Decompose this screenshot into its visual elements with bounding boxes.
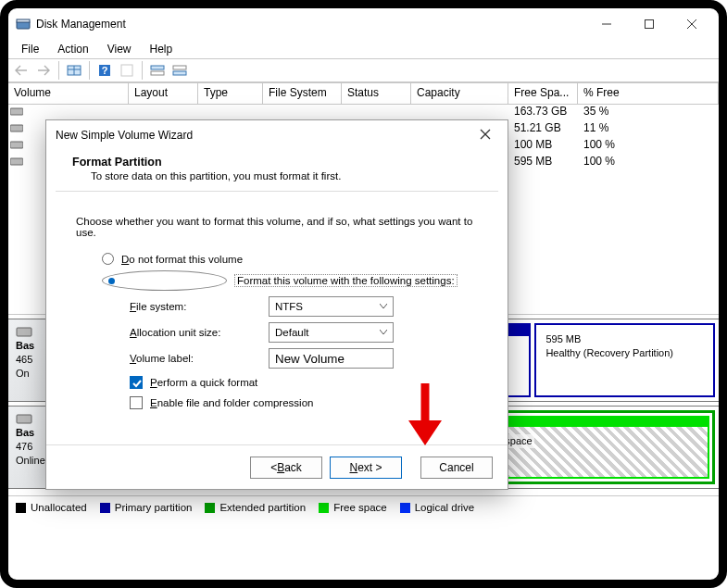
nav-back-button: [11, 60, 31, 81]
col-pctfree[interactable]: % Free: [578, 83, 719, 105]
svg-text:?: ?: [102, 65, 108, 76]
close-button[interactable]: [671, 10, 713, 38]
toolbar: ?: [8, 58, 719, 82]
volume-label-input[interactable]: [269, 348, 394, 369]
cell-free: 51.21 GB: [510, 121, 580, 134]
option-do-not-format[interactable]: Do not format this volume: [102, 253, 482, 265]
nav-forward-button: [33, 60, 54, 81]
new-volume-wizard-dialog: New Simple Volume Wizard Format Partitio…: [45, 119, 508, 490]
volume-row[interactable]: 163.73 GB 35 %: [8, 103, 719, 119]
minimize-button[interactable]: [585, 10, 628, 38]
option-format-with-settings[interactable]: Format this volume with the following se…: [102, 270, 482, 291]
legend-free: Free space: [333, 502, 387, 513]
menu-action[interactable]: Action: [48, 41, 97, 57]
svg-rect-14: [173, 66, 186, 69]
titlebar: Disk Management: [8, 8, 719, 40]
next-button[interactable]: Next >: [330, 457, 402, 479]
dialog-prompt: Choose whether you want to format this v…: [76, 216, 482, 238]
file-system-select[interactable]: NTFS: [269, 296, 394, 317]
menu-view[interactable]: View: [98, 41, 141, 57]
cell-pct: 35 %: [580, 105, 719, 118]
back-button[interactable]: < Back: [250, 457, 322, 479]
legend-extended: Extended partition: [219, 502, 306, 513]
col-capacity[interactable]: Capacity: [411, 83, 508, 105]
radio-icon: [102, 253, 114, 265]
cell-pct: 100 %: [580, 155, 719, 168]
legend: Unallocated Primary partition Extended p…: [8, 495, 719, 519]
chevron-down-icon: [380, 330, 387, 335]
svg-rect-20: [17, 328, 31, 336]
svg-rect-13: [151, 71, 164, 75]
svg-rect-12: [151, 66, 164, 69]
legend-primary: Primary partition: [115, 502, 193, 513]
dialog-subheading: To store data on this partition, you mus…: [72, 169, 482, 181]
toolbar-refresh-button: [117, 60, 137, 81]
svg-rect-1: [17, 19, 30, 22]
label-volume-label: Volume label:: [130, 353, 269, 364]
svg-rect-11: [121, 65, 132, 76]
checkbox-icon: [130, 376, 143, 389]
toolbar-layout-top-button[interactable]: [147, 60, 168, 81]
menubar: File Action View Help: [8, 40, 719, 58]
cancel-button[interactable]: Cancel: [420, 457, 493, 479]
maximize-button[interactable]: [628, 10, 671, 38]
dialog-title: New Simple Volume Wizard: [56, 129, 193, 142]
svg-rect-15: [173, 71, 186, 75]
legend-unallocated: Unallocated: [31, 502, 87, 513]
col-volume[interactable]: Volume: [8, 83, 129, 105]
chevron-down-icon: [380, 304, 387, 309]
svg-rect-18: [10, 142, 23, 148]
svg-rect-19: [10, 158, 23, 165]
cell-free: 595 MB: [510, 155, 580, 168]
toolbar-help-button[interactable]: ?: [94, 60, 115, 81]
col-layout[interactable]: Layout: [129, 83, 198, 105]
svg-rect-16: [10, 108, 23, 115]
checkbox-quick-format[interactable]: Perform a quick format: [130, 376, 482, 389]
cell-free: 163.73 GB: [510, 105, 580, 118]
col-filesystem[interactable]: File System: [263, 83, 342, 105]
toolbar-layout-bottom-button[interactable]: [169, 60, 190, 81]
radio-icon: [102, 270, 227, 291]
svg-rect-17: [10, 125, 23, 131]
label-allocation-unit: Allocation unit size:: [130, 327, 269, 338]
menu-file[interactable]: File: [12, 41, 48, 57]
dialog-heading: Format Partition: [72, 156, 162, 169]
cell-pct: 100 %: [580, 138, 719, 151]
volume-grid-header: Volume Layout Type File System Status Ca…: [8, 82, 719, 103]
menu-help[interactable]: Help: [141, 41, 182, 57]
label-file-system: File system:: [130, 301, 269, 312]
cell-free: 100 MB: [510, 138, 580, 151]
allocation-unit-select[interactable]: Default: [269, 322, 394, 343]
toolbar-views-button[interactable]: [64, 60, 84, 81]
legend-logical: Logical drive: [415, 502, 475, 513]
col-status[interactable]: Status: [342, 83, 411, 105]
checkbox-enable-compression[interactable]: Enable file and folder compression: [130, 396, 482, 409]
window-title: Disk Management: [36, 18, 126, 31]
checkbox-icon: [130, 396, 143, 409]
col-type[interactable]: Type: [198, 83, 263, 105]
dialog-close-button[interactable]: [472, 124, 498, 146]
col-free[interactable]: Free Spa...: [508, 83, 578, 105]
svg-rect-3: [646, 20, 654, 29]
app-icon: [16, 17, 31, 31]
cell-pct: 11 %: [580, 121, 719, 134]
svg-rect-21: [17, 415, 31, 423]
disk-0-recovery-partition[interactable]: 595 MB Healthy (Recovery Partition): [534, 323, 715, 397]
